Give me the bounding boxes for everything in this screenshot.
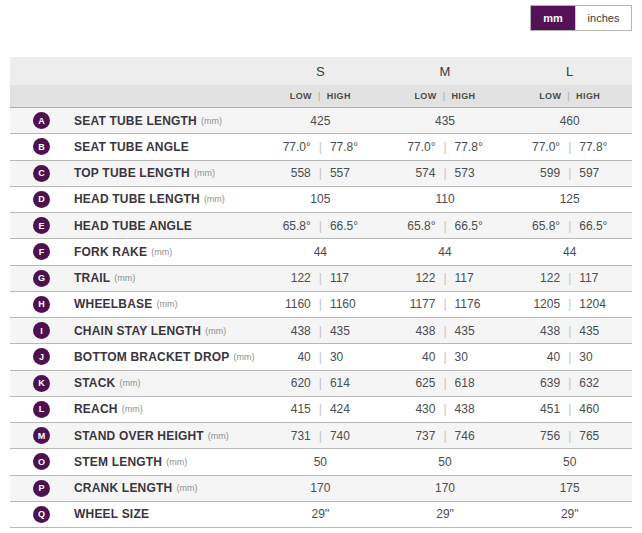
row-letter-badge: I <box>33 322 50 339</box>
row-letter-badge: K <box>33 375 50 392</box>
value-cell: 438 | 435 <box>383 324 508 338</box>
value-low: 29" <box>383 507 508 521</box>
value-cell: 1177 | 1176 <box>383 297 508 311</box>
row-header: A SEAT TUBE LENGTH (mm) <box>10 112 258 129</box>
row-label: CHAIN STAY LENGTH <box>74 324 201 338</box>
value-high: 573 <box>447 166 508 180</box>
table-row: M STAND OVER HEIGHT (mm) 731 | 740 737 |… <box>10 423 632 449</box>
row-unit: (mm) <box>176 483 197 493</box>
row-label: SEAT TUBE ANGLE <box>74 140 189 154</box>
value-low: 125 <box>507 192 632 206</box>
row-header: G TRAIL (mm) <box>10 270 258 287</box>
value-cell: 122 | 117 <box>383 271 508 285</box>
table-row: L REACH (mm) 415 | 424 430 | 438 451 | 4… <box>10 397 632 423</box>
value-cell: 731 | 740 <box>258 429 383 443</box>
table-row: B SEAT TUBE ANGLE 77.0° | 77.8° 77.0° | … <box>10 134 632 160</box>
row-letter-badge: M <box>33 427 50 444</box>
value-cell: 558 | 557 <box>258 166 383 180</box>
value-high: 1160 <box>322 297 383 311</box>
value-low: 460 <box>507 114 632 128</box>
geometry-table-body: A SEAT TUBE LENGTH (mm) 425 435 460 B SE… <box>10 108 632 528</box>
low-label: LOW <box>290 91 312 101</box>
value-high: 1176 <box>447 297 508 311</box>
value-high: 66.5° <box>447 219 508 233</box>
value-high: 435 <box>571 324 632 338</box>
row-label: FORK RAKE <box>74 245 147 259</box>
row-label: REACH <box>74 402 118 416</box>
value-cell: 40 | 30 <box>507 350 632 364</box>
value-low: 438 <box>383 324 444 338</box>
row-label: STACK <box>74 376 115 390</box>
row-letter-badge: F <box>33 243 50 260</box>
value-low: 44 <box>258 245 383 259</box>
value-cell: 175 <box>507 481 632 495</box>
value-cell: 50 <box>507 455 632 469</box>
row-label: TRAIL <box>74 271 110 285</box>
value-cell: 1160 | 1160 <box>258 297 383 311</box>
table-row: J BOTTOM BRACKET DROP (mm) 40 | 30 40 | … <box>10 344 632 370</box>
value-low: 50 <box>383 455 508 469</box>
row-label: WHEEL SIZE <box>74 507 149 521</box>
table-row: A SEAT TUBE LENGTH (mm) 425 435 460 <box>10 108 632 134</box>
value-cell: 438 | 435 <box>258 324 383 338</box>
table-row: G TRAIL (mm) 122 | 117 122 | 117 122 | 1… <box>10 266 632 292</box>
value-high: 618 <box>447 376 508 390</box>
row-header: F FORK RAKE (mm) <box>10 243 258 260</box>
value-high: 438 <box>447 402 508 416</box>
row-label: BOTTOM BRACKET DROP <box>74 350 230 364</box>
high-label: HIGH <box>327 91 351 101</box>
row-unit: (mm) <box>234 352 255 362</box>
row-header: M STAND OVER HEIGHT (mm) <box>10 427 258 444</box>
row-letter-badge: J <box>33 348 50 365</box>
value-high: 30 <box>322 350 383 364</box>
value-cell: 44 <box>383 245 508 259</box>
mm-button[interactable]: mm <box>531 6 575 30</box>
high-label: HIGH <box>576 91 600 101</box>
inches-button[interactable]: inches <box>575 6 631 30</box>
value-low: 574 <box>383 166 444 180</box>
value-low: 625 <box>383 376 444 390</box>
value-high: 117 <box>447 271 508 285</box>
row-header: H WHEELBASE (mm) <box>10 296 258 313</box>
value-cell: 50 <box>383 455 508 469</box>
value-high: 424 <box>322 402 383 416</box>
value-high: 597 <box>571 166 632 180</box>
value-cell: 1205 | 1204 <box>507 297 632 311</box>
value-low: 737 <box>383 429 444 443</box>
value-low: 65.8° <box>383 219 444 233</box>
row-header: Q WHEEL SIZE <box>10 506 258 523</box>
row-letter-badge: Q <box>33 506 50 523</box>
row-label: TOP TUBE LENGTH <box>74 166 190 180</box>
row-letter-badge: D <box>33 191 50 208</box>
value-low: 639 <box>507 376 568 390</box>
row-letter-badge: O <box>33 453 50 470</box>
low-high-header: LOW|HIGH <box>258 91 383 101</box>
size-header: L <box>507 64 632 79</box>
value-low: 756 <box>507 429 568 443</box>
value-low: 438 <box>258 324 319 338</box>
header-separator: | <box>318 91 321 101</box>
value-cell: 65.8° | 66.5° <box>383 219 508 233</box>
units-toggle: mm inches <box>530 5 632 31</box>
value-low: 731 <box>258 429 319 443</box>
value-high: 435 <box>322 324 383 338</box>
value-high: 435 <box>447 324 508 338</box>
row-letter-badge: E <box>33 217 50 234</box>
low-label: LOW <box>414 91 436 101</box>
high-label: HIGH <box>451 91 475 101</box>
value-low: 175 <box>507 481 632 495</box>
value-cell: 620 | 614 <box>258 376 383 390</box>
value-high: 557 <box>322 166 383 180</box>
table-row: H WHEELBASE (mm) 1160 | 1160 1177 | 1176… <box>10 292 632 318</box>
value-high: 746 <box>447 429 508 443</box>
value-low: 438 <box>507 324 568 338</box>
table-row: K STACK (mm) 620 | 614 625 | 618 639 | 6… <box>10 371 632 397</box>
value-low: 1160 <box>258 297 319 311</box>
row-unit: (mm) <box>122 404 143 414</box>
row-letter-badge: G <box>33 270 50 287</box>
table-row: I CHAIN STAY LENGTH (mm) 438 | 435 438 |… <box>10 318 632 344</box>
value-cell: 125 <box>507 192 632 206</box>
value-high: 30 <box>571 350 632 364</box>
value-cell: 460 <box>507 114 632 128</box>
value-high: 77.8° <box>447 140 508 154</box>
